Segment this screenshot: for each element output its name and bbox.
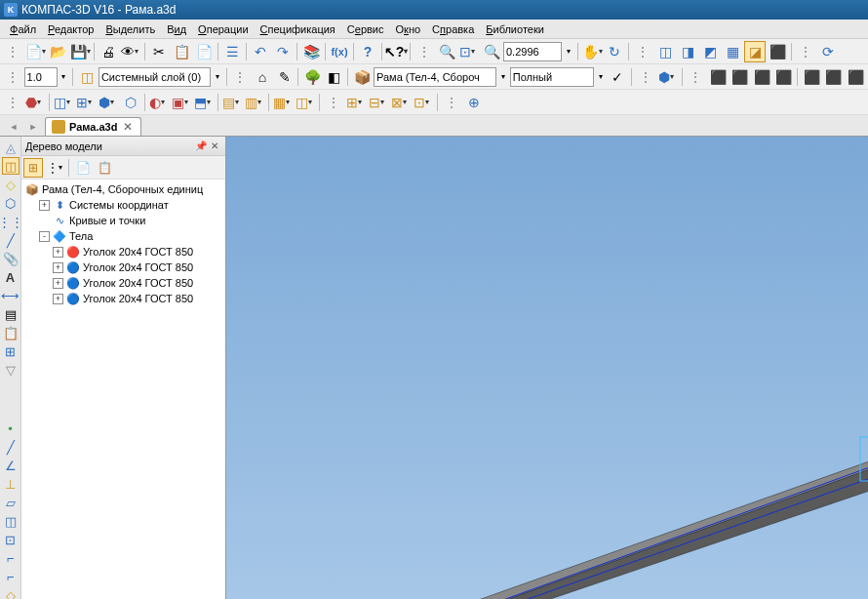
menu-help[interactable]: Справка [426, 21, 480, 37]
plane2-icon[interactable]: ◫ [2, 512, 20, 530]
print-button[interactable]: 🖨 [98, 41, 119, 62]
edit-icon[interactable]: ◫ [2, 157, 20, 175]
grip-icon[interactable]: ⋮ [795, 41, 816, 62]
view-button-6[interactable]: ⬛ [823, 66, 845, 88]
lcs-icon[interactable]: ⌐ [2, 549, 20, 567]
save-button[interactable]: 💾▾ [69, 41, 91, 62]
tab-close-button[interactable]: ✕ [121, 120, 135, 134]
properties-button[interactable]: ☰ [221, 41, 243, 62]
array-button-2[interactable]: ⊟▾ [368, 92, 389, 113]
tab-next[interactable]: ► [23, 118, 43, 136]
layer-step-input[interactable] [24, 67, 58, 87]
copy-button[interactable]: 📋 [171, 41, 192, 62]
undo-button[interactable]: ↶ [250, 41, 271, 62]
aux-icon[interactable]: ╱ [2, 231, 20, 249]
tree-toggle[interactable]: + [53, 278, 63, 289]
hidden-thin-button[interactable]: ◩ [699, 41, 721, 62]
layer-manager-button[interactable]: ◫ [76, 66, 98, 88]
grip-icon[interactable]: ⋮ [2, 66, 23, 88]
line-icon[interactable]: ╱ [2, 438, 20, 456]
bool-button[interactable]: ⊕ [463, 92, 485, 113]
axis-icon[interactable]: ⊥ [2, 475, 20, 493]
style-apply-button[interactable]: ✓ [608, 66, 629, 88]
text-icon[interactable]: A [2, 268, 20, 286]
menu-select[interactable]: Выделить [99, 21, 161, 37]
pin-button[interactable]: 📌 [194, 140, 208, 153]
context-help-button[interactable]: ↖?▾ [385, 41, 407, 62]
tree-mode-struct[interactable]: ⋮▾ [45, 158, 64, 178]
tree-root[interactable]: 📦 Рама (Тел-4, Сборочных единиц [23, 181, 223, 197]
scene-button[interactable]: ⌂ [252, 66, 273, 88]
filter-icon[interactable]: ▽ [2, 361, 20, 379]
doc-combo[interactable] [374, 67, 496, 87]
tab-prev[interactable]: ◄ [4, 118, 23, 136]
menu-spec[interactable]: Спецификация [255, 21, 341, 37]
op-button-4[interactable]: ⬢▾ [98, 92, 119, 113]
plane-icon[interactable]: ▱ [2, 494, 20, 511]
preview-button[interactable]: 👁▾ [120, 41, 141, 62]
rebuild-button[interactable]: ⟳ [817, 41, 839, 62]
menu-service[interactable]: Сервис [341, 21, 390, 37]
view-button-1[interactable]: ⬛ [707, 66, 729, 88]
curve-icon[interactable]: ◇ [2, 176, 20, 193]
tree-body[interactable]: 📦 Рама (Тел-4, Сборочных единиц +⬍Систем… [21, 180, 225, 599]
cut-button[interactable]: ✂ [148, 41, 170, 62]
viewport-3d[interactable] [226, 137, 868, 599]
grip-icon[interactable]: ⋮ [2, 41, 23, 62]
dim-icon[interactable]: ⟷ [2, 287, 20, 304]
scene-edit-button[interactable]: ✎ [274, 66, 296, 88]
op-button-2[interactable]: ◫▾ [53, 92, 74, 113]
spec-icon[interactable]: ▤ [2, 305, 20, 323]
surface-icon[interactable]: ⬡ [2, 194, 20, 212]
menu-view[interactable]: Вид [161, 21, 192, 37]
op-button-1[interactable]: ⬣▾ [24, 92, 46, 113]
tree-node[interactable]: +⬍Системы координат [23, 197, 223, 213]
zoom-in-button[interactable]: 🔍 [481, 41, 502, 62]
grip-icon[interactable]: ⋮ [323, 92, 344, 113]
point-icon[interactable]: • [2, 419, 20, 437]
zoom-window-button[interactable]: 🔍 [436, 41, 457, 62]
sketch-icon[interactable]: ◬ [2, 139, 20, 156]
view-button-5[interactable]: ⬛ [801, 66, 822, 88]
help-button[interactable]: ? [357, 41, 378, 62]
report-icon[interactable]: 📋 [2, 324, 20, 341]
tree-node[interactable]: +🔴Уголок 20x4 ГОСТ 850 [23, 244, 223, 260]
shaded-edges-button[interactable]: ◪ [744, 41, 766, 62]
tree-toggle[interactable]: + [39, 200, 50, 211]
view-button-4[interactable]: ⬛ [773, 66, 795, 88]
attach-icon[interactable]: 📎 [2, 250, 20, 267]
tree-node[interactable]: +🔵Уголок 20x4 ГОСТ 850 [23, 275, 223, 291]
tree-mode-build[interactable]: ⊞ [23, 158, 43, 178]
perspective-button[interactable]: ⬛ [767, 41, 788, 62]
tree-node[interactable]: ∿Кривые и точки [23, 213, 223, 228]
new-button[interactable]: 📄▾ [24, 41, 46, 62]
elements-icon[interactable]: ⊞ [2, 342, 20, 360]
op-button-6[interactable]: ◐▾ [148, 92, 170, 113]
op-button-9[interactable]: ▤▾ [221, 92, 243, 113]
view-button-2[interactable]: ⬛ [730, 66, 751, 88]
zoom-input[interactable] [503, 42, 562, 61]
tree-toggle[interactable]: + [53, 294, 63, 304]
tree-node[interactable]: +🔵Уголок 20x4 ГОСТ 850 [23, 291, 223, 306]
doc-tab[interactable]: Рама.a3d ✕ [45, 117, 141, 136]
variables-button[interactable]: f(x) [329, 41, 350, 62]
menu-libraries[interactable]: Библиотеки [480, 21, 550, 37]
angle-icon[interactable]: ∠ [2, 457, 20, 474]
tree-toggle[interactable]: + [53, 262, 63, 273]
view-button-7[interactable]: ⬛ [846, 66, 867, 88]
tree-node[interactable]: -🔷Тела [23, 228, 223, 244]
grip-icon[interactable]: ⋮ [686, 66, 707, 88]
grip-icon[interactable]: ⋮ [2, 92, 23, 113]
view-button-3[interactable]: ⬛ [751, 66, 772, 88]
tree-props-button[interactable]: 📋 [95, 158, 114, 178]
doc-icon[interactable]: 📦 [351, 66, 373, 88]
tree-node[interactable]: +🔵Уголок 20x4 ГОСТ 850 [23, 260, 223, 275]
library-button[interactable]: 📚 [300, 41, 322, 62]
shaded-button[interactable]: ▦ [722, 41, 743, 62]
frame-icon[interactable]: ⊡ [2, 531, 20, 548]
op-button-7[interactable]: ▣▾ [171, 92, 192, 113]
style-dropdown[interactable]: ▾ [595, 66, 607, 88]
tree-show-button[interactable]: 🌳 [301, 66, 323, 88]
lcs2-icon[interactable]: ⌐ [2, 568, 20, 585]
array-button-4[interactable]: ⊡▾ [413, 92, 434, 113]
